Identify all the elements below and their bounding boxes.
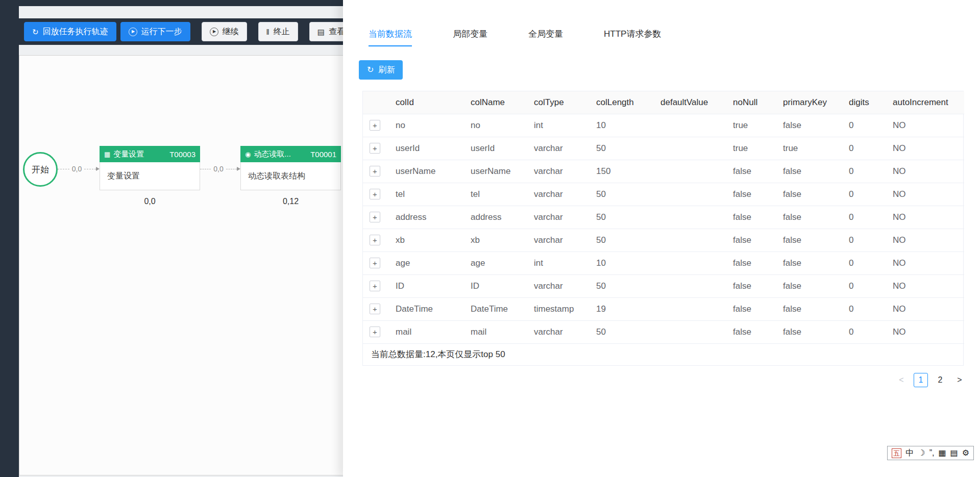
pagination-page-2[interactable]: 2 [933, 373, 947, 387]
cell-digits: 0 [841, 252, 885, 274]
cell-autoIncrement: NO [885, 320, 964, 343]
cell-digits: 0 [841, 274, 885, 297]
expand-cell: + [363, 229, 387, 252]
expand-row-button[interactable]: + [370, 235, 380, 245]
view-realtime-button[interactable]: ▤查看实 [309, 22, 343, 41]
cell-colType: varchar [526, 320, 588, 343]
cell-colLength: 10 [588, 252, 652, 274]
node-tag: T00001 [310, 150, 336, 159]
expand-row-button[interactable]: + [370, 258, 380, 268]
fullwidth-toggle-icon[interactable]: ☽ [918, 449, 925, 457]
terminate-button[interactable]: ‖终止 [258, 22, 298, 41]
edge-arrow-icon [96, 167, 100, 171]
cell-colId: userId [387, 137, 462, 160]
left-sidebar-strip [0, 0, 19, 477]
replay-task-trace-button[interactable]: ↻回放任务执行轨迹 [24, 22, 116, 41]
expand-row-button[interactable]: + [370, 189, 380, 199]
cell-colType: varchar [526, 274, 588, 297]
expand-row-button[interactable]: + [370, 327, 380, 337]
tab-global-variables[interactable]: 全局变量 [528, 28, 563, 46]
pagination-next-icon[interactable]: > [952, 373, 967, 387]
cell-colType: varchar [526, 183, 588, 206]
cell-noNull: false [725, 252, 775, 274]
cell-defaultValue [652, 137, 725, 160]
expand-cell: + [363, 297, 387, 320]
node-header: ▦ 变量设置 T00003 [100, 146, 200, 162]
pagination-page-1[interactable]: 1 [914, 373, 928, 387]
cell-colName: tel [462, 183, 526, 206]
cell-colType: varchar [526, 206, 588, 229]
punctuation-toggle-icon[interactable]: ”, [929, 449, 935, 457]
tab-local-variables[interactable]: 局部变量 [453, 28, 487, 46]
run-next-step-button[interactable]: ▶运行下一步 [120, 22, 190, 41]
columns-table: colIdcolNamecolTypecolLengthdefaultValue… [363, 91, 964, 344]
column-header-colId: colId [387, 91, 462, 114]
pagination-prev-icon[interactable]: < [894, 373, 909, 387]
cell-colName: userName [462, 160, 526, 183]
cell-defaultValue [652, 274, 725, 297]
pause-icon: ‖ [266, 28, 270, 36]
cell-colName: address [462, 206, 526, 229]
refresh-button[interactable]: ↻ 刷新 [359, 60, 403, 80]
flow-node-variable-set[interactable]: ▦ 变量设置 T00003 变量设置 0,0 [100, 146, 200, 206]
table-row: +userNameuserNamevarchar150falsefalse0NO [363, 160, 964, 183]
play-circle-icon: ▶ [210, 28, 218, 36]
cell-noNull: false [725, 297, 775, 320]
continue-button[interactable]: ▶继续 [202, 22, 247, 41]
cell-primaryKey: false [775, 183, 841, 206]
ime-toolbar: 五中☽”,▦▤⚙ [887, 446, 974, 460]
play-circle-icon: ▶ [129, 28, 137, 36]
cell-noNull: false [725, 320, 775, 343]
expand-cell: + [363, 183, 387, 206]
edge-line [58, 169, 69, 169]
expand-cell: + [363, 137, 387, 160]
expand-row-button[interactable]: + [370, 143, 380, 154]
table-row: +DateTimeDateTimetimestamp19falsefalse0N… [363, 297, 964, 320]
expand-row-button[interactable]: + [370, 281, 380, 291]
clipboard-icon[interactable]: ▤ [950, 449, 958, 457]
cell-colId: tel [387, 183, 462, 206]
cell-digits: 0 [841, 320, 885, 343]
cell-colName: ID [462, 274, 526, 297]
chinese-mode-indicator[interactable]: 中 [905, 449, 914, 457]
button-label: 运行下一步 [141, 27, 182, 37]
node-title: 变量设置 [113, 149, 144, 159]
table-header-row: colIdcolNamecolTypecolLengthdefaultValue… [363, 91, 964, 114]
cell-digits: 0 [841, 229, 885, 252]
cell-noNull: true [725, 137, 775, 160]
ime-settings-icon[interactable]: ⚙ [962, 449, 969, 457]
cell-noNull: false [725, 206, 775, 229]
cell-colLength: 150 [588, 160, 652, 183]
cell-colLength: 50 [588, 320, 652, 343]
wubi-mode-indicator[interactable]: 五 [892, 448, 901, 458]
table-row: +ageageint10falsefalse0NO [363, 252, 964, 274]
expand-row-button[interactable]: + [370, 166, 380, 177]
flow-start-node[interactable]: 开始 [23, 152, 58, 187]
table-body: +nonoint10truefalse0NO+userIduserIdvarch… [363, 114, 964, 343]
expand-cell: + [363, 114, 387, 137]
flow-edge-2: 0,0 [200, 164, 240, 173]
node-title: 动态读取... [254, 149, 291, 159]
cell-colId: ID [387, 274, 462, 297]
cell-autoIncrement: NO [885, 206, 964, 229]
edge-arrow-icon [237, 167, 240, 171]
cell-colType: varchar [526, 160, 588, 183]
edge-label: 0,0 [72, 165, 82, 173]
cell-colType: int [526, 252, 588, 274]
cell-defaultValue [652, 206, 725, 229]
cell-autoIncrement: NO [885, 137, 964, 160]
tab-current-dataflow[interactable]: 当前数据流 [369, 28, 412, 46]
expand-column-header [363, 91, 387, 114]
document-icon: ▤ [317, 28, 325, 36]
expand-row-button[interactable]: + [370, 120, 380, 131]
flow-node-dynamic-read-table[interactable]: ◉ 动态读取... T00001 动态读取表结构 0,12 [240, 146, 341, 206]
tab-http-request-params[interactable]: HTTP请求参数 [604, 28, 661, 46]
table-row: +addressaddressvarchar50falsefalse0NO [363, 206, 964, 229]
expand-row-button[interactable]: + [370, 304, 380, 314]
cell-colLength: 50 [588, 229, 652, 252]
soft-keyboard-icon[interactable]: ▦ [938, 449, 946, 457]
cell-autoIncrement: NO [885, 297, 964, 320]
table-row: +nonoint10truefalse0NO [363, 114, 964, 137]
cell-defaultValue [652, 114, 725, 137]
expand-row-button[interactable]: + [370, 212, 380, 222]
